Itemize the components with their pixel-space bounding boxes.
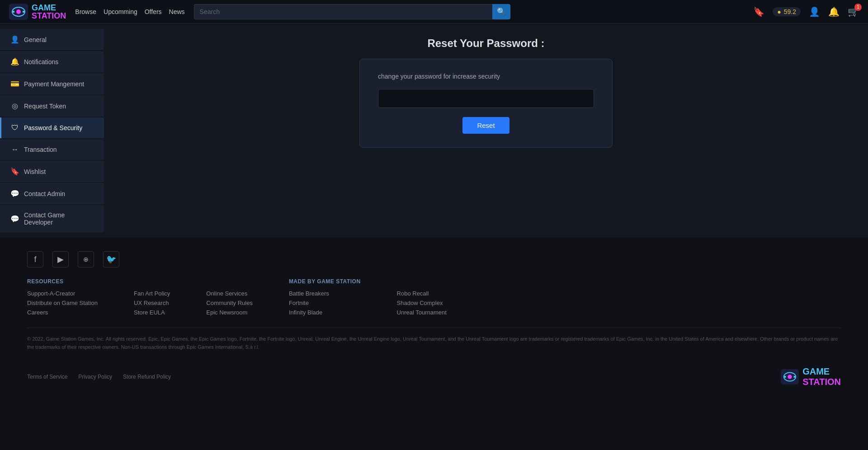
footer-divider [27,328,841,328]
youtube-icon[interactable]: ▶ [52,251,69,267]
password-input[interactable] [378,89,594,108]
shadow-complex-link[interactable]: Shadow Complex [397,300,447,306]
logo-station-text: STATION [32,12,66,20]
sidebar-token-label: Request Token [24,103,66,110]
header: GAME STATION Browse Upcomming Offers New… [0,0,868,23]
footer-col-resources2: Fan Art Policy UX Research Store EULA [134,278,170,319]
search-button[interactable]: 🔍 [492,4,510,19]
coins-badge: ● 59.2 [773,7,801,16]
footer-logo-station: STATION [802,377,841,387]
bell-icon[interactable]: 🔔 [828,6,840,17]
sidebar-item-general[interactable]: 👤 General [0,29,104,50]
card-icon: 💳 [10,80,19,88]
nav-upcomming[interactable]: Upcomming [104,8,137,15]
main-content: 👤 General 🔔 Notifications 💳 Payment Mang… [0,23,868,238]
sidebar-item-payment[interactable]: 💳 Payment Mangement [0,73,104,94]
footer-logo-game: GAME [802,366,830,376]
unreal-tournament-link[interactable]: Unreal Tournament [397,309,447,316]
coins-value: 59.2 [784,8,796,15]
avatar-icon[interactable]: 👤 [809,6,820,17]
online-heading [206,278,253,285]
sidebar-general-label: General [24,36,47,43]
cart-icon[interactable]: 🛒 1 [848,6,859,17]
battle-breakers-link[interactable]: Battle Breakers [289,290,361,297]
svg-rect-4 [23,11,24,13]
infinity-blade-link[interactable]: Infinity Blade [289,309,361,316]
distribute-link[interactable]: Distribute on Game Station [27,300,98,306]
sidebar-item-contact-developer[interactable]: 💬 Contact Game Developer [0,205,104,232]
footer: f ▶ ⊕ 🐦 Resources Support-A-Creator Dist… [0,238,868,396]
discord-icon[interactable]: ⊕ [78,251,94,267]
nav-links: Browse Upcomming Offers News [75,8,184,15]
made-by-heading: Made By Game Station [289,278,361,285]
footer-copyright: © 2022, Game Station Games, Inc. All rig… [27,335,841,351]
sidebar-security-label: Password & Security [24,124,82,131]
bell-sidebar-icon: 🔔 [10,57,19,66]
cart-count: 1 [854,4,862,11]
footer-social: f ▶ ⊕ 🐦 [27,251,841,267]
svg-rect-9 [794,376,796,378]
chat-dev-icon: 💬 [10,215,19,223]
fan-art-link[interactable]: Fan Art Policy [134,290,170,297]
store-eula-link[interactable]: Store EULA [134,309,170,316]
footer-col-made-by: Made By Game Station Battle Breakers For… [289,278,361,319]
logo[interactable]: GAME STATION [9,4,66,20]
support-link[interactable]: Support-A-Creator [27,290,98,297]
footer-logo-text: GAME STATION [802,366,841,387]
tos-link[interactable]: Terms of Service [27,374,67,380]
sidebar-contact-admin-label: Contact Admin [24,190,65,197]
reset-card: change your password for increase securi… [359,59,613,148]
person-icon: 👤 [10,35,19,44]
sidebar-payment-label: Payment Mangement [24,80,84,88]
shield-icon: 🛡 [10,124,19,132]
sidebar-item-contact-admin[interactable]: 💬 Contact Admin [0,183,104,204]
sidebar: 👤 General 🔔 Notifications 💳 Payment Mang… [0,23,104,238]
footer-bottom: Terms of Service Privacy Policy Store Re… [27,360,841,396]
footer-col-made-by2: Robo Recall Shadow Complex Unreal Tourna… [397,278,447,319]
bookmark-sidebar-icon: 🔖 [10,167,19,176]
nav-news[interactable]: News [169,8,185,15]
sidebar-item-request-token[interactable]: ◎ Request Token [0,95,104,117]
reset-button[interactable]: Reset [462,117,509,134]
resources2-heading [134,278,170,285]
sidebar-item-password-security[interactable]: 🛡 Password & Security [0,117,104,138]
svg-rect-3 [13,11,14,13]
community-link[interactable]: Community Rules [206,300,253,306]
fortnite-link[interactable]: Fortnite [289,300,361,306]
facebook-icon[interactable]: f [27,251,43,267]
made-by2-heading [397,278,447,285]
svg-point-7 [788,375,792,379]
search-input[interactable] [194,4,492,19]
nav-browse[interactable]: Browse [75,8,96,15]
footer-bottom-links: Terms of Service Privacy Policy Store Re… [27,374,171,380]
footer-col-online: Online Services Community Rules Epic New… [206,278,253,319]
privacy-link[interactable]: Privacy Policy [78,374,112,380]
svg-point-2 [16,9,21,14]
sidebar-item-wishlist[interactable]: 🔖 Wishlist [0,161,104,182]
content-area: Reset Your Password : change your passwo… [104,23,868,238]
newsroom-link[interactable]: Epic Newsroom [206,309,253,316]
sidebar-notifications-label: Notifications [24,58,58,66]
footer-logo-icon [781,369,799,384]
logo-icon [9,4,28,20]
chat-admin-icon: 💬 [10,189,19,198]
twitter-icon[interactable]: 🐦 [103,251,119,267]
footer-logo: GAME STATION [781,366,841,387]
online-services-link[interactable]: Online Services [206,290,253,297]
robo-recall-link[interactable]: Robo Recall [397,290,447,297]
svg-rect-8 [784,376,786,378]
refund-link[interactable]: Store Refund Policy [123,374,171,380]
careers-link[interactable]: Careers [27,309,98,316]
bookmark-icon[interactable]: 🔖 [753,6,764,17]
sidebar-wishlist-label: Wishlist [24,168,46,175]
nav-offers[interactable]: Offers [145,8,162,15]
sidebar-transaction-label: Transaction [24,146,57,153]
sidebar-item-transaction[interactable]: ↔ Transaction [0,139,104,160]
sidebar-item-notifications[interactable]: 🔔 Notifications [0,51,104,72]
logo-game-text: GAME [32,4,66,12]
search-container: 🔍 [194,4,510,19]
ux-link[interactable]: UX Research [134,300,170,306]
header-icons: 🔖 ● 59.2 👤 🔔 🛒 1 [753,6,859,17]
token-icon: ◎ [10,102,19,110]
footer-col-resources: Resources Support-A-Creator Distribute o… [27,278,98,319]
